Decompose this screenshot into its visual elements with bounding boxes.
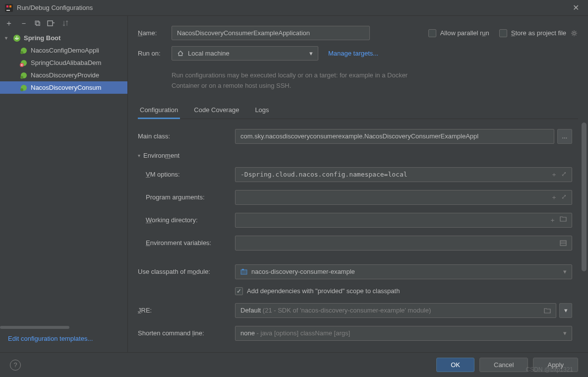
deps-checkbox[interactable]: Add dependencies with "provided" scope t… <box>235 287 400 295</box>
spring-boot-icon <box>20 84 28 92</box>
sort-icon[interactable] <box>62 20 69 27</box>
shorten-row: Shorten command line: none - java [optio… <box>138 326 572 341</box>
folder-icon[interactable] <box>544 308 551 314</box>
folder-icon[interactable] <box>560 216 567 225</box>
working-dir-row: Working directory: ＋ <box>138 213 572 228</box>
v-scrollbar[interactable] <box>582 123 587 347</box>
vm-options-row: VM options: -Dspring.cloud.nacos.config.… <box>138 167 572 182</box>
jre-row: JRE: Default (21 - SDK of 'nacos-discove… <box>138 303 572 318</box>
add-icon[interactable]: ＋ <box>549 216 556 225</box>
chevron-down-icon: ▾ <box>138 153 140 158</box>
parallel-run-label: Allow parallel run <box>440 29 489 37</box>
expand-icon[interactable]: ⤢ <box>561 170 567 179</box>
manage-targets-link[interactable]: Manage targets... <box>328 50 378 57</box>
env-vars-label: Environment variables: <box>138 239 235 247</box>
classpath-value: nacos-discovery-consumer-example <box>251 268 355 275</box>
vm-options-input[interactable]: -Dspring.cloud.nacos.config.namespace=lo… <box>235 167 572 182</box>
jre-dropdown-button[interactable]: ▾ <box>559 303 572 318</box>
tree-item-label: NacosDiscoveryProvide <box>31 71 99 79</box>
svg-rect-16 <box>241 270 247 274</box>
run-on-hint: Run configurations may be executed local… <box>172 70 419 91</box>
tree-item-label: NacosConfigDemoAppli <box>31 47 99 54</box>
program-args-label: Program arguments: <box>138 193 235 201</box>
jre-label: JRE: <box>138 307 235 314</box>
program-args-input[interactable]: ＋ ⤢ <box>235 190 572 205</box>
jre-select[interactable]: Default (21 - SDK of 'nacos-discovery-co… <box>235 303 556 318</box>
svg-point-14 <box>573 32 576 34</box>
environment-label: Environment <box>143 152 179 159</box>
sidebar: ＋ － ⧉ ▾ Spring Boot NacosConfigDemoAppli <box>0 16 128 352</box>
svg-rect-2 <box>9 5 11 7</box>
app-icon <box>5 4 13 12</box>
spring-boot-icon <box>20 47 28 55</box>
add-icon[interactable]: ＋ <box>5 18 13 29</box>
tab-code-coverage[interactable]: Code Coverage <box>192 101 241 119</box>
ok-button[interactable]: OK <box>436 358 474 372</box>
run-on-select[interactable]: Local machine ▾ <box>172 46 318 61</box>
bottom-bar: ? OK Cancel Apply <box>0 352 588 377</box>
svg-point-7 <box>20 51 23 54</box>
config-tree: ▾ Spring Boot NacosConfigDemoAppli Sprin… <box>0 31 127 326</box>
add-icon[interactable]: ＋ <box>551 193 557 202</box>
parallel-run-checkbox[interactable]: Allow parallel run <box>428 29 489 37</box>
spring-boot-icon <box>20 71 28 79</box>
svg-rect-18 <box>242 269 244 270</box>
tree-item-label: SpringCloudAlibabaDem <box>31 59 101 66</box>
name-input[interactable] <box>172 26 370 40</box>
spring-boot-icon <box>13 34 21 42</box>
copy-icon[interactable]: ⧉ <box>35 19 40 28</box>
svg-rect-0 <box>5 4 13 12</box>
tree-item-nacos-consumer[interactable]: NacosDiscoveryConsum <box>0 81 127 94</box>
list-icon[interactable] <box>560 240 567 246</box>
environment-section-header[interactable]: ▾ Environment <box>138 152 572 159</box>
chevron-down-icon: ▾ <box>563 329 567 337</box>
shorten-select[interactable]: none - java [options] className [args] ▾ <box>235 326 572 341</box>
tree-root-label: Spring Boot <box>24 34 60 42</box>
expand-icon[interactable]: ⤢ <box>561 193 567 202</box>
classpath-row: Use classpath of module: nacos-discovery… <box>138 264 572 279</box>
cancel-button[interactable]: Cancel <box>479 358 528 372</box>
close-icon[interactable]: ✕ <box>569 1 583 14</box>
working-dir-label: Working directory: <box>138 216 235 224</box>
env-vars-row: Environment variables: <box>138 236 572 251</box>
chevron-down-icon: ▾ <box>5 35 12 41</box>
name-row: Name: Allow parallel run Store as projec… <box>138 26 578 40</box>
tree-item-label: NacosDiscoveryConsum <box>31 84 101 91</box>
module-icon <box>240 268 247 275</box>
tree-item-spring-cloud-alibaba[interactable]: SpringCloudAlibabaDem <box>0 57 127 69</box>
browse-main-class-button[interactable]: ... <box>557 129 572 144</box>
svg-point-11 <box>20 76 23 79</box>
chevron-down-icon: ▾ <box>563 268 567 275</box>
svg-rect-1 <box>6 5 8 7</box>
add-icon[interactable]: ＋ <box>551 170 557 179</box>
main-class-input[interactable]: com.sky.nacosdiscoveryconsumerexample.Na… <box>235 129 554 144</box>
working-dir-input[interactable]: ＋ <box>235 213 572 228</box>
sidebar-toolbar: ＋ － ⧉ <box>0 16 127 31</box>
checkbox-icon <box>428 29 436 37</box>
save-template-icon[interactable] <box>47 20 55 27</box>
env-vars-input[interactable] <box>235 236 572 251</box>
svg-rect-15 <box>560 241 566 246</box>
remove-icon[interactable]: － <box>20 18 28 29</box>
jre-value: Default <box>240 307 261 314</box>
tree-root-spring-boot[interactable]: ▾ Spring Boot <box>0 32 127 44</box>
tree-item-nacos-provider[interactable]: NacosDiscoveryProvide <box>0 69 127 81</box>
tab-logs[interactable]: Logs <box>253 101 271 119</box>
right-panel: Name: Allow parallel run Store as projec… <box>128 16 588 352</box>
shorten-value: none <box>240 329 255 337</box>
main-class-label: Main class: <box>138 132 235 140</box>
tree-item-nacos-config[interactable]: NacosConfigDemoAppli <box>0 44 127 57</box>
watermark: CSDN @bxp1321 <box>526 366 573 373</box>
tabs: Configuration Code Coverage Logs <box>138 101 578 119</box>
store-file-checkbox[interactable]: Store as project file <box>499 29 566 37</box>
deps-checkbox-row: Add dependencies with "provided" scope t… <box>138 287 572 295</box>
vm-options-value: -Dspring.cloud.nacos.config.namespace=lo… <box>240 171 408 178</box>
program-args-row: Program arguments: ＋ ⤢ <box>138 190 572 205</box>
tab-configuration[interactable]: Configuration <box>138 101 180 119</box>
run-on-value: Local machine <box>188 50 230 57</box>
shorten-label: Shorten command line: <box>138 329 235 337</box>
gear-icon[interactable] <box>570 29 578 37</box>
help-icon[interactable]: ? <box>10 360 21 371</box>
edit-templates-link[interactable]: Edit configuration templates... <box>0 329 127 352</box>
classpath-select[interactable]: nacos-discovery-consumer-example ▾ <box>235 264 572 279</box>
